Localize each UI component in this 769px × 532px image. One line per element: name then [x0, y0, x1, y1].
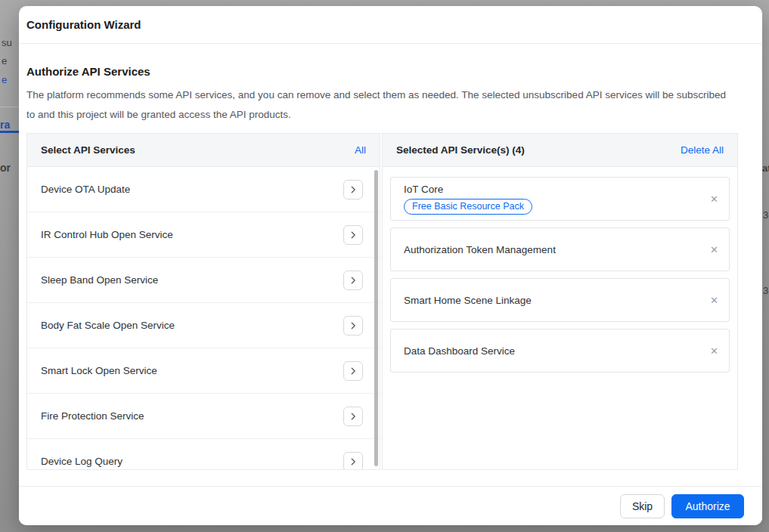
resource-pack-badge: Free Basic Resource Pack [404, 199, 532, 215]
background-tab-underline [0, 131, 19, 133]
selected-service-card: Smart Home Scene Linkage ✕ [390, 278, 730, 322]
service-row: Sleep Band Open Service [27, 258, 380, 303]
select-api-services-panel: Select API Services All Device OTA Updat… [26, 133, 380, 470]
service-row: IR Control Hub Open Service [27, 212, 380, 258]
service-name: Smart Lock Open Service [41, 365, 157, 376]
dialog-header: Configuration Wizard [19, 6, 762, 44]
background-text-fragment: 3- [763, 285, 769, 296]
add-service-button[interactable] [343, 316, 363, 336]
section-description: The platform recommends some API service… [26, 85, 730, 125]
remove-service-icon[interactable]: ✕ [710, 346, 718, 356]
selected-api-services-panel: Selected API Service(s) (4) Delete All I… [382, 133, 738, 470]
background-text-fragment: su [2, 37, 12, 48]
service-row: Smart Lock Open Service [27, 348, 380, 394]
service-name: Fire Protection Service [41, 410, 144, 422]
background-text-fragment: or [0, 162, 11, 174]
select-panel-header: Select API Services All [27, 134, 380, 167]
section-heading: Authorize API Services [26, 65, 150, 78]
select-panel-title: Select API Services [41, 144, 135, 156]
select-all-link[interactable]: All [355, 144, 366, 156]
background-link-fragment: e [2, 74, 7, 85]
selected-service-name: Authorization Token Management [404, 244, 699, 255]
service-row: Device Log Query [27, 439, 380, 470]
service-row: Fire Protection Service [27, 394, 380, 439]
service-name: Body Fat Scale Open Service [41, 320, 175, 331]
remove-service-icon[interactable]: ✕ [710, 295, 718, 305]
chevron-right-icon [349, 185, 358, 194]
add-service-button[interactable] [343, 271, 363, 290]
service-row: Body Fat Scale Open Service [27, 303, 380, 348]
service-name: Device Log Query [41, 456, 122, 467]
selected-service-name: Data Dashboard Service [404, 345, 699, 357]
background-text-fragment: e [2, 55, 7, 66]
selected-service-name: IoT Core [404, 184, 699, 195]
chevron-right-icon [349, 412, 358, 421]
add-service-button[interactable] [343, 361, 363, 381]
authorize-button[interactable]: Authorize [671, 494, 744, 518]
service-row: Device OTA Update [27, 167, 380, 212]
service-name: Device OTA Update [41, 184, 130, 195]
selected-service-list: IoT Core Free Basic Resource Pack ✕ Auth… [383, 167, 737, 382]
add-service-button[interactable] [343, 180, 363, 200]
screen: su e e ra or at 3- 3- Configuration Wiza… [0, 0, 769, 532]
dialog-footer: Skip Authorize [19, 486, 762, 525]
add-service-button[interactable] [343, 225, 363, 245]
background-text-fragment: at [762, 162, 769, 174]
configuration-wizard-dialog: Configuration Wizard Authorize API Servi… [19, 6, 762, 525]
service-name: Sleep Band Open Service [41, 274, 158, 286]
chevron-right-icon [349, 321, 358, 330]
chevron-right-icon [349, 276, 358, 285]
dialog-title: Configuration Wizard [26, 18, 141, 31]
scrollbar[interactable] [374, 170, 378, 466]
delete-all-link[interactable]: Delete All [681, 144, 724, 156]
selected-service-card: IoT Core Free Basic Resource Pack ✕ [390, 177, 730, 221]
selected-service-card: Data Dashboard Service ✕ [390, 329, 730, 373]
chevron-right-icon [349, 367, 358, 376]
chevron-right-icon [349, 230, 358, 240]
background-active-tab-fragment: ra [0, 119, 10, 131]
selected-panel-header: Selected API Service(s) (4) Delete All [383, 134, 737, 167]
chevron-right-icon [349, 457, 358, 466]
remove-service-icon[interactable]: ✕ [710, 194, 718, 204]
background-text-fragment: 3- [763, 209, 769, 221]
background-divider [0, 107, 19, 107]
selected-service-name: Smart Home Scene Linkage [404, 295, 699, 306]
service-list: Device OTA Update IR Control Hub Open Se… [27, 167, 380, 470]
remove-service-icon[interactable]: ✕ [710, 245, 718, 255]
add-service-button[interactable] [343, 407, 363, 426]
service-name: IR Control Hub Open Service [41, 229, 173, 240]
skip-button[interactable]: Skip [620, 494, 665, 518]
add-service-button[interactable] [343, 452, 363, 471]
selected-panel-title: Selected API Service(s) (4) [396, 144, 525, 156]
selected-service-card: Authorization Token Management ✕ [390, 227, 730, 271]
